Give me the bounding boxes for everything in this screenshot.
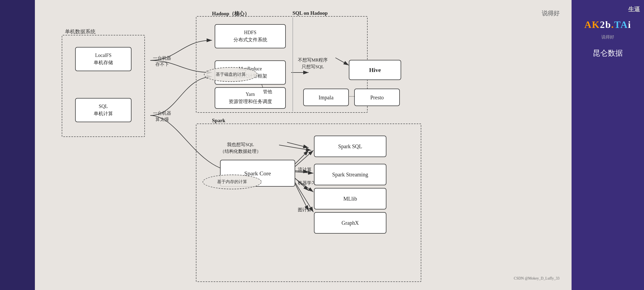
spark-streaming-box: Spark Streaming [314,164,386,185]
graph-label: 图计算 [298,207,312,213]
mllib-box: MLlib [314,188,386,209]
hadoop-title: Hadoop（核心） [212,10,250,17]
diagram: 单机数据系统 LocalFS 单机存储 SQL 单机计算 一台机器 存不下 一台… [46,8,561,282]
stream-label: 流计算 [298,166,312,173]
spark-title: Spark [212,118,225,124]
main-content: 单机数据系统 LocalFS 单机存储 SQL 单机计算 一台机器 存不下 一台… [35,0,572,290]
graphx-box: GraphX [314,212,386,234]
label-cant-store: 一台机器 存不下 [153,50,171,67]
right-subtext: 说得好 [601,34,614,40]
hadoop-divider [292,17,293,111]
want-sql-label: 我也想写SQL （结构化数据处理） [220,134,261,155]
right-logo: AK2b.TAi [584,19,631,30]
dots-between-impala-presto [349,96,354,97]
sql-on-hadoop-title: SQL on Hadoop [292,10,328,16]
disk-compute-label: 基于磁盘的计算 [204,67,258,82]
label-too-slow: 一台机器 算太慢 [153,105,171,122]
spark-sql-box: Spark SQL [314,136,386,157]
standalone-label: 单机数据系统 [65,28,96,36]
pipe-label: 管他 [263,89,272,95]
localfs-box: LocalFS 单机存储 [75,47,131,71]
memory-compute-label: 基于内存的计算 [203,175,262,189]
watermark-top: 说得好 [542,9,559,17]
right-top-text1: 生逼 [572,5,644,14]
slide-container: 生逼 AK2b.TAi 说得好 昆仑数据 [0,0,644,290]
no-mr-label: 不想写MR程序 只想写SQL [298,50,328,70]
left-panel [0,0,35,290]
right-brand: 昆仑数据 [593,48,623,58]
yarn-box: Yarn 资源管理和任务调度 [215,87,286,109]
presto-box: Presto [354,89,400,106]
impala-box: Impala [303,89,349,106]
right-panel: 生逼 AK2b.TAi 说得好 昆仑数据 [572,0,644,290]
hdfs-box: HDFS 分布式文件系统 [215,24,286,48]
ml-label: 机器学习 [298,180,316,186]
hive-box: Hive [349,60,401,80]
sql-standalone-box: SQL 单机计算 [75,98,131,122]
copyright: CSDN @Mokey_D_Luffy_33 [514,276,559,281]
